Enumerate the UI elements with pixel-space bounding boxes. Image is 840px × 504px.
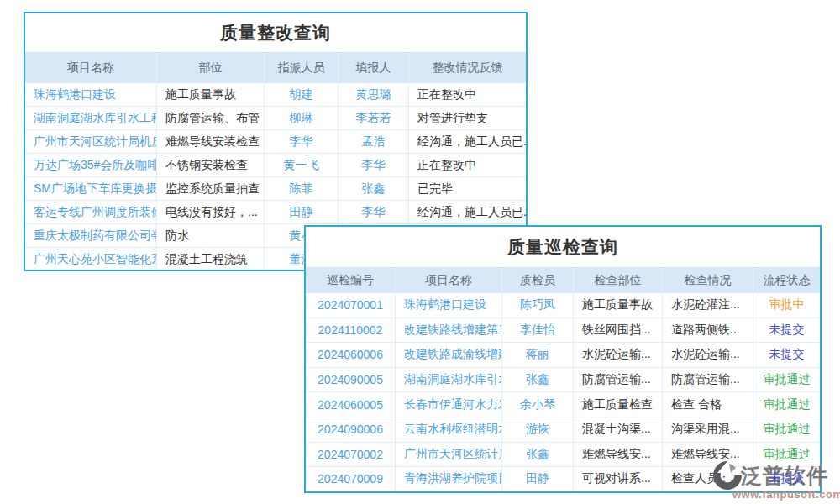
project-name-cell[interactable]: 广州市天河区统计局 — [396, 443, 502, 467]
table-row: 2024110002改建铁路线增建第二李佳怡铁丝网围挡...道路两侧铁...未提… — [306, 318, 820, 344]
reporter-cell[interactable]: 李华 — [339, 154, 409, 176]
check-situation-cell: 水泥砼运输... — [663, 343, 753, 367]
inspection-no-cell[interactable]: 2024070009 — [306, 467, 396, 491]
reporter-cell[interactable]: 李华 — [339, 201, 409, 223]
assignee-cell[interactable]: 黄一飞 — [265, 154, 339, 176]
assignee-cell[interactable]: 胡建 — [265, 83, 339, 106]
fanpu-logo-icon — [711, 459, 744, 492]
quality-inspection-query-window: 质量巡检查询 巡检编号项目名称质检员检查部位检查情况流程状态 202407000… — [304, 225, 822, 493]
process-status-cell: 未提交 — [753, 343, 820, 367]
inspector-cell[interactable]: 陈巧凤 — [502, 293, 574, 318]
reporter-cell[interactable]: 张鑫 — [339, 177, 409, 200]
inspector-cell[interactable]: 李佳怡 — [502, 318, 574, 343]
check-situation-cell: 道路两侧铁... — [663, 318, 753, 343]
table-row: 2024090006云南水利枢纽潜明水游恢混凝土沟渠...沟渠采用混...审批通… — [306, 417, 820, 443]
assignee-cell[interactable]: 柳琳 — [265, 107, 339, 129]
project-name-cell[interactable]: 湖南洞庭湖水库引水工程施 — [25, 107, 157, 129]
process-status-badge: 审批通过 — [764, 422, 811, 437]
assignee-cell[interactable]: 陈菲 — [265, 177, 339, 200]
feedback-cell: 正在整改中 — [409, 154, 526, 176]
assignee-cell[interactable]: 李华 — [265, 130, 339, 153]
project-name-cell[interactable]: 珠海鹤港口建设 — [25, 83, 157, 106]
check-part-cell: 施工质量事故 — [574, 293, 663, 318]
inspector-cell[interactable]: 张鑫 — [502, 443, 574, 467]
project-name-cell[interactable]: 珠海鹤港口建设 — [396, 293, 502, 318]
inspection-no-cell[interactable]: 2024070001 — [306, 293, 396, 318]
project-name-cell[interactable]: 广州天心苑小区智能化系统 — [25, 248, 157, 270]
inspector-cell[interactable]: 张鑫 — [502, 368, 574, 392]
part-cell: 监控系统质量抽查 — [157, 177, 265, 200]
project-name-cell[interactable]: 客运专线广州调度所装修项 — [25, 201, 157, 223]
table-row: 客运专线广州调度所装修项电线没有接好，...田静李华经沟通，施工人员已... — [25, 201, 526, 224]
column-header: 指派人员 — [265, 53, 339, 83]
feedback-cell: 经沟通，施工人员已... — [409, 201, 526, 223]
column-header: 项目名称 — [396, 268, 502, 293]
inspection-no-cell[interactable]: 2024090006 — [306, 417, 396, 442]
inspector-cell[interactable]: 游恢 — [502, 417, 574, 442]
check-part-cell: 难燃导线安... — [574, 443, 663, 467]
process-status-badge: 审批通过 — [764, 372, 811, 387]
feedback-cell: 对管进行垫支 — [409, 107, 526, 129]
check-situation-cell: 检查 合格 — [663, 392, 753, 417]
window-title: 质量巡检查询 — [306, 227, 820, 268]
process-status-cell: 审批通过 — [753, 392, 820, 417]
project-name-cell[interactable]: 云南水利枢纽潜明水 — [396, 417, 502, 442]
check-part-cell: 可视对讲系... — [574, 467, 663, 491]
table-row: 2024070001珠海鹤港口建设陈巧凤施工质量事故水泥砼灌注...审批中 — [306, 293, 820, 318]
table-row: 2024090005湖南洞庭湖水库引水张鑫防腐管运输...防腐管运输...审批通… — [306, 368, 820, 393]
process-status-cell: 审批中 — [753, 293, 820, 318]
process-status-badge: 未提交 — [769, 347, 805, 362]
process-status-cell: 未提交 — [753, 318, 820, 343]
inspection-no-cell[interactable]: 2024110002 — [306, 318, 396, 343]
project-name-cell[interactable]: 青海洪湖养护院项目 — [396, 467, 502, 491]
project-name-cell[interactable]: 改建铁路线增建第二 — [396, 318, 502, 343]
feedback-cell: 已完毕 — [409, 177, 526, 200]
project-name-cell[interactable]: 长春市伊通河水力发 — [396, 392, 502, 417]
check-situation-cell: 防腐管运输... — [663, 368, 753, 392]
check-part-cell: 施工质量检查 — [574, 392, 663, 417]
check-part-cell: 水泥砼运输... — [574, 343, 663, 367]
process-status-badge: 审批通过 — [764, 447, 811, 462]
project-name-cell[interactable]: 改建铁路成渝线增建 — [396, 343, 502, 367]
vendor-url: www.fanpusoft.com — [732, 488, 840, 501]
column-header: 流程状态 — [753, 268, 820, 293]
part-cell: 不锈钢安装检查 — [157, 154, 265, 176]
process-status-cell: 审批通过 — [753, 417, 820, 442]
table-row: 珠海鹤港口建设施工质量事故胡建黄思璐正在整改中 — [25, 83, 526, 107]
part-cell: 混凝土工程浇筑 — [157, 248, 265, 270]
project-name-cell[interactable]: 广州市天河区统计局机房改 — [25, 130, 157, 153]
assignee-cell[interactable]: 田静 — [265, 201, 339, 223]
inspection-no-cell[interactable]: 2024060005 — [306, 392, 396, 417]
inspector-cell[interactable]: 余小琴 — [502, 392, 574, 417]
process-status-badge: 未提交 — [769, 471, 805, 486]
process-status-badge: 审批通过 — [764, 397, 811, 412]
process-status-badge: 未提交 — [769, 323, 805, 338]
reporter-cell[interactable]: 李若若 — [339, 107, 409, 129]
project-name-cell[interactable]: 湖南洞庭湖水库引水 — [396, 368, 502, 392]
column-header: 项目名称 — [25, 53, 157, 83]
inspection-no-cell[interactable]: 2024060006 — [306, 343, 396, 367]
inspector-cell[interactable]: 田静 — [502, 467, 574, 491]
part-cell: 防水 — [157, 224, 265, 247]
check-part-cell: 混凝土沟渠... — [574, 417, 663, 442]
reporter-cell[interactable]: 孟浩 — [339, 130, 409, 153]
inspector-cell[interactable]: 蒋丽 — [502, 343, 574, 367]
project-name-cell[interactable]: SM广场地下车库更换摄像机 — [25, 177, 157, 200]
inspection-no-cell[interactable]: 2024090005 — [306, 368, 396, 392]
table-row: 万达广场35#会所及咖啡厅装不锈钢安装检查黄一飞李华正在整改中 — [25, 154, 526, 177]
column-header: 检查情况 — [663, 268, 753, 293]
process-status-cell: 审批通过 — [753, 368, 820, 392]
table-row: 广州市天河区统计局机房改难燃导线安装检查李华孟浩经沟通，施工人员已... — [25, 130, 526, 154]
project-name-cell[interactable]: 重庆太极制药有限公司亳州 — [25, 224, 157, 247]
column-header: 整改情况反馈 — [409, 53, 526, 83]
table-row: SM广场地下车库更换摄像机监控系统质量抽查陈菲张鑫已完毕 — [25, 177, 526, 201]
inspection-no-cell[interactable]: 2024070002 — [306, 443, 396, 467]
reporter-cell[interactable]: 黄思璐 — [339, 83, 409, 106]
part-cell: 防腐管运输、布管 — [157, 107, 265, 129]
project-name-cell[interactable]: 万达广场35#会所及咖啡厅装 — [25, 154, 157, 176]
process-status-badge: 审批中 — [769, 297, 805, 312]
feedback-cell: 正在整改中 — [409, 83, 526, 106]
part-cell: 施工质量事故 — [157, 83, 265, 106]
table-header-row: 项目名称部位指派人员填报人整改情况反馈 — [25, 53, 526, 83]
table-row: 湖南洞庭湖水库引水工程施防腐管运输、布管柳琳李若若对管进行垫支 — [25, 107, 526, 130]
